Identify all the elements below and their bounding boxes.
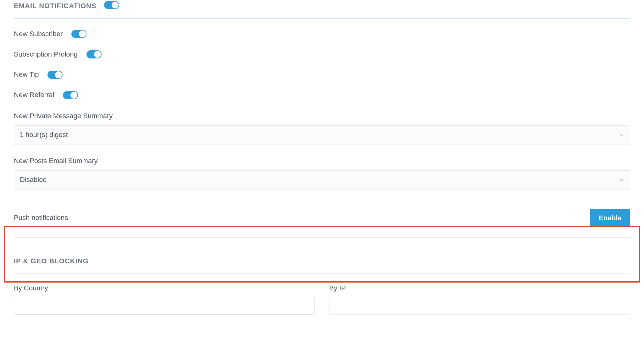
by-country-col: By Country: [14, 283, 315, 315]
new-referral-label: New Referral: [14, 90, 54, 100]
new-tip-toggle[interactable]: [47, 71, 63, 79]
email-notifications-header: EMAIL NOTIFICATIONS: [14, 0, 630, 11]
geo-blocking-header: IP & GEO BLOCKING: [14, 256, 630, 266]
push-bottom-divider: [14, 237, 630, 238]
pm-summary-label: New Private Message Summary: [14, 111, 630, 121]
by-ip-col: By IP: [329, 283, 630, 315]
enable-push-button[interactable]: Enable: [590, 209, 630, 227]
posts-summary-select[interactable]: Disabled: [14, 170, 630, 190]
new-referral-row: New Referral: [14, 90, 630, 100]
push-notifications-row: Push notifications Enable: [14, 209, 630, 227]
new-tip-row: New Tip: [14, 70, 630, 80]
new-subscriber-label: New Subscriber: [14, 29, 63, 39]
push-top-divider: [14, 199, 630, 199]
subscription-prolong-toggle[interactable]: [86, 50, 102, 58]
chevron-down-icon: [619, 177, 624, 183]
push-notifications-label: Push notifications: [14, 213, 68, 223]
geo-section-divider: [14, 273, 630, 273]
new-subscriber-toggle[interactable]: [71, 30, 86, 38]
by-ip-label: By IP: [329, 283, 630, 293]
chevron-down-icon: [619, 132, 624, 138]
pm-summary-value: 1 hour(s) digest: [20, 130, 68, 140]
by-country-select[interactable]: [14, 297, 315, 315]
subscription-prolong-row: Subscription Prolong: [14, 50, 630, 59]
by-ip-input[interactable]: [329, 297, 630, 315]
posts-summary-value: Disabled: [20, 175, 47, 185]
email-notifications-title: EMAIL NOTIFICATIONS: [14, 1, 97, 11]
email-section-divider: [14, 18, 630, 19]
geo-blocking-title: IP & GEO BLOCKING: [14, 256, 89, 266]
pm-summary-select[interactable]: 1 hour(s) digest: [14, 125, 630, 145]
posts-summary-label: New Posts Email Summary: [14, 156, 630, 166]
new-referral-toggle[interactable]: [63, 91, 78, 99]
by-country-label: By Country: [14, 283, 315, 293]
new-subscriber-row: New Subscriber: [14, 29, 630, 39]
subscription-prolong-label: Subscription Prolong: [14, 50, 78, 59]
new-tip-label: New Tip: [14, 70, 39, 80]
email-notifications-toggle[interactable]: [104, 1, 119, 9]
